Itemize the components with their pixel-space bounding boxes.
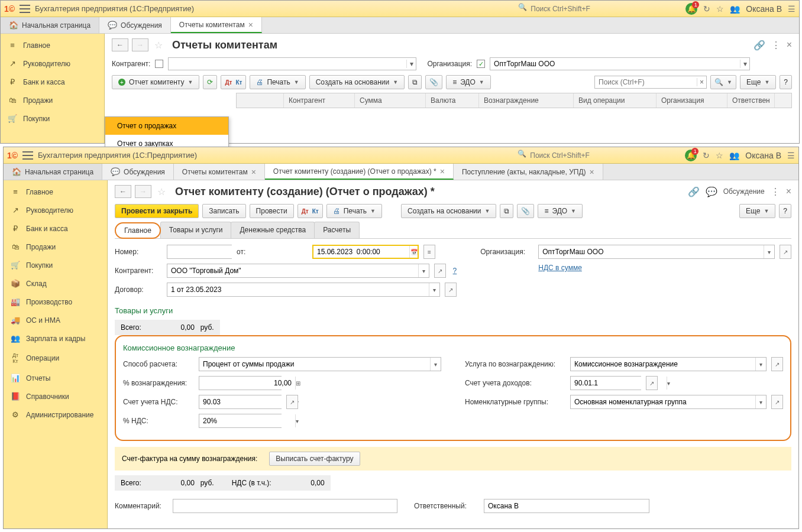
- clear-icon[interactable]: ×: [697, 78, 706, 86]
- calc-icon[interactable]: ⊞: [295, 377, 300, 390]
- help-icon[interactable]: ?: [453, 267, 457, 275]
- more-button[interactable]: Еще▼: [740, 75, 776, 89]
- close-icon[interactable]: ×: [251, 167, 256, 177]
- main-menu-icon[interactable]: [20, 5, 30, 13]
- open-icon[interactable]: ↗: [771, 395, 783, 409]
- help-button[interactable]: ?: [779, 204, 791, 218]
- dropdown-item-sales[interactable]: Отчет о продажах: [105, 117, 228, 135]
- write-invoice-button[interactable]: Выписать счет-фактуру: [269, 452, 360, 466]
- forward-button[interactable]: →: [135, 185, 151, 198]
- print-button[interactable]: 🖨Печать▼: [250, 75, 305, 89]
- edo-button[interactable]: ≡ЭДО▼: [538, 204, 583, 218]
- create-report-button[interactable]: +Отчет комитенту▼: [112, 75, 199, 89]
- table-search[interactable]: ×: [594, 76, 707, 89]
- open-icon[interactable]: ↗: [445, 283, 457, 297]
- history-icon[interactable]: ↻: [703, 151, 710, 160]
- sidebar-item-production[interactable]: 🏭Производство: [4, 293, 107, 311]
- attach-button[interactable]: 📎: [517, 204, 534, 218]
- tab-home[interactable]: 🏠Начальная страница: [4, 164, 102, 180]
- sidebar-item-sales[interactable]: 🛍Продажи: [4, 238, 107, 256]
- org-input[interactable]: ▾: [538, 245, 775, 259]
- form-tab-calc[interactable]: Расчеты: [314, 222, 360, 238]
- star-icon[interactable]: ☆: [716, 151, 723, 160]
- nds-link[interactable]: НДС в сумме: [538, 264, 582, 272]
- link-icon[interactable]: 🔗: [754, 40, 765, 51]
- star-icon[interactable]: ☆: [154, 40, 163, 51]
- calendar-icon[interactable]: 📅: [409, 246, 418, 258]
- post-button[interactable]: Провести: [250, 204, 294, 218]
- close-icon[interactable]: ×: [590, 167, 594, 177]
- sidebar-item-main[interactable]: ≡Главное: [4, 183, 107, 201]
- open-icon[interactable]: ↗: [286, 395, 298, 409]
- save-button[interactable]: Записать: [202, 204, 245, 218]
- open-icon[interactable]: ↗: [434, 264, 446, 278]
- back-button[interactable]: ←: [112, 38, 128, 51]
- refresh-button[interactable]: ⟳: [203, 75, 217, 89]
- sidebar-item-manager[interactable]: ↗Руководителю: [1, 54, 104, 73]
- tab-create[interactable]: Отчет комитенту (создание) (Отчет о прод…: [265, 164, 454, 180]
- tab-discuss[interactable]: 💬Обсуждения: [102, 164, 174, 180]
- counterparty-combo[interactable]: ▾: [168, 57, 416, 70]
- date-input[interactable]: 📅: [312, 245, 419, 259]
- chevron-down-icon[interactable]: ▾: [406, 60, 416, 68]
- percent-input[interactable]: ⊞: [199, 376, 282, 390]
- history-icon[interactable]: ↻: [703, 4, 710, 14]
- sidebar-item-salary[interactable]: 👥Зарплата и кадры: [4, 329, 107, 348]
- create-based-button[interactable]: Создать на основании▼: [401, 204, 496, 218]
- form-tab-goods[interactable]: Товары и услуги: [160, 222, 232, 238]
- forward-button[interactable]: →: [132, 38, 148, 51]
- open-icon[interactable]: ↗: [646, 376, 658, 390]
- service-input[interactable]: ▾: [570, 357, 767, 371]
- users-icon[interactable]: 👥: [729, 151, 739, 160]
- calendar-ext-icon[interactable]: ≡: [423, 245, 435, 259]
- help-button[interactable]: ?: [780, 75, 792, 89]
- counterparty-input[interactable]: ▾: [167, 264, 429, 278]
- tab-reports[interactable]: Отчеты комитентам×: [174, 164, 265, 180]
- menu-more-icon[interactable]: ☰: [788, 4, 795, 14]
- structure-button[interactable]: ⧉: [408, 75, 422, 89]
- org-checkbox[interactable]: [477, 60, 485, 68]
- close-icon[interactable]: ×: [248, 20, 253, 30]
- sidebar-item-assets[interactable]: 🚚ОС и НМА: [4, 311, 107, 329]
- kebab-icon[interactable]: ⋮: [771, 186, 780, 197]
- attach-button[interactable]: 📎: [425, 75, 442, 89]
- sidebar-item-admin[interactable]: ⚙Администрирование: [4, 406, 107, 424]
- link-icon[interactable]: 🔗: [688, 186, 700, 197]
- calc-method-input[interactable]: ▾: [199, 357, 441, 371]
- star-icon[interactable]: ☆: [157, 186, 166, 197]
- income-acc-input[interactable]: ▾: [570, 376, 641, 390]
- notification-bell-icon[interactable]: 🔔1: [685, 3, 697, 15]
- nomen-input[interactable]: ▾: [570, 395, 767, 409]
- global-search-input[interactable]: [527, 3, 681, 15]
- sidebar-item-refs[interactable]: 📕Справочники: [4, 387, 107, 406]
- sidebar-item-bank[interactable]: ₽Банк и касса: [4, 219, 107, 238]
- dt-kt-button[interactable]: ДтКт: [221, 75, 246, 89]
- sidebar-item-warehouse[interactable]: 📦Склад: [4, 274, 107, 293]
- create-based-button[interactable]: Создать на основании▼: [309, 75, 405, 89]
- global-search-input[interactable]: [526, 150, 680, 161]
- sidebar-item-reports[interactable]: 📊Отчеты: [4, 369, 107, 387]
- edo-button[interactable]: ≡ЭДО▼: [446, 75, 491, 89]
- menu-more-icon[interactable]: ☰: [787, 151, 795, 160]
- kebab-icon[interactable]: ⋮: [771, 40, 781, 51]
- sidebar-item-main[interactable]: ≡Главное: [1, 36, 104, 54]
- post-close-button[interactable]: Провести и закрыть: [115, 204, 199, 218]
- notification-bell-icon[interactable]: 🔔1: [685, 150, 697, 161]
- discuss-icon[interactable]: 💬: [706, 186, 717, 197]
- nds-acc-input[interactable]: ▾: [199, 395, 282, 409]
- structure-button[interactable]: ⧉: [500, 204, 513, 218]
- close-content-icon[interactable]: ×: [787, 40, 792, 50]
- form-tab-money[interactable]: Денежные средства: [231, 222, 315, 238]
- users-icon[interactable]: 👥: [730, 4, 740, 14]
- org-combo[interactable]: ▾: [490, 57, 750, 70]
- nds-percent-input[interactable]: ▾: [199, 414, 282, 428]
- sidebar-item-sales[interactable]: 🛍Продажи: [1, 91, 104, 109]
- close-icon[interactable]: ×: [440, 167, 445, 176]
- discuss-label[interactable]: Обсуждение: [723, 187, 765, 196]
- sidebar-item-purchases[interactable]: 🛒Покупки: [4, 256, 107, 274]
- dt-kt-button[interactable]: ДтКт: [297, 204, 323, 218]
- print-button[interactable]: 🖨Печать▼: [326, 204, 382, 218]
- sidebar-item-operations[interactable]: ДтКтОперации: [4, 348, 107, 369]
- sidebar-item-purchases[interactable]: 🛒Покупки: [1, 109, 104, 128]
- sidebar-item-manager[interactable]: ↗Руководителю: [4, 201, 107, 219]
